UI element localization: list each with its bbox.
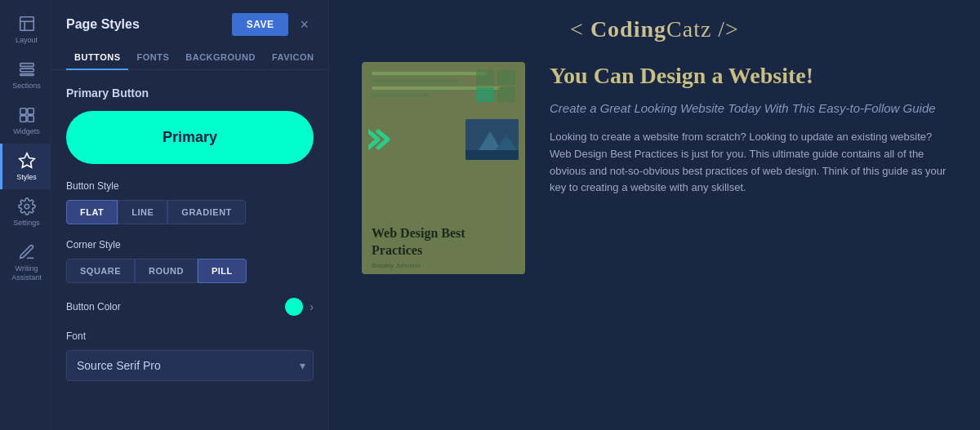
color-expand-icon[interactable]: › bbox=[310, 300, 314, 313]
tab-background[interactable]: BACKGROUND bbox=[177, 46, 264, 70]
primary-button-preview[interactable]: Primary bbox=[66, 111, 314, 164]
sidebar-item-styles[interactable]: Styles bbox=[0, 144, 51, 189]
tab-buttons[interactable]: BUTTONS bbox=[66, 46, 128, 70]
svg-rect-5 bbox=[20, 74, 33, 76]
color-dot-row: › bbox=[285, 298, 314, 316]
main-preview-area: < CodingCatz /> bbox=[329, 0, 980, 430]
book-image-box bbox=[466, 119, 519, 160]
hero-text: You Can Design a Website! Create a Great… bbox=[550, 62, 947, 197]
book-chevrons-icon bbox=[368, 119, 397, 163]
font-label: Font bbox=[66, 330, 314, 342]
hero-subheading: Create a Great Looking Website Today Wit… bbox=[550, 100, 947, 118]
close-button[interactable]: × bbox=[295, 15, 314, 35]
sidebar-item-label: Settings bbox=[13, 219, 40, 227]
svg-rect-14 bbox=[497, 87, 515, 102]
sidebar-item-label: Widgets bbox=[13, 127, 40, 135]
sidebar-item-settings[interactable]: Settings bbox=[0, 189, 51, 235]
book-grid-icon bbox=[476, 70, 517, 106]
sidebar-item-label: Writing Assistant bbox=[7, 264, 46, 282]
svg-rect-8 bbox=[20, 116, 25, 122]
styles-icon bbox=[18, 152, 36, 170]
primary-button-section-label: Primary Button bbox=[66, 86, 314, 100]
button-color-row: Button Color › bbox=[66, 298, 314, 316]
button-style-group: FLAT LINE GRADIENT bbox=[66, 200, 314, 224]
hero-section: Web Design Best Practices Bradley Johnso… bbox=[362, 62, 947, 274]
button-style-gradient[interactable]: GRADIENT bbox=[167, 200, 245, 224]
svg-rect-18 bbox=[466, 150, 519, 160]
corner-style-group: SQUARE ROUND PILL bbox=[66, 259, 314, 283]
website-preview: < CodingCatz /> bbox=[329, 0, 980, 430]
corner-style-pill[interactable]: PILL bbox=[198, 259, 247, 283]
widgets-icon bbox=[18, 106, 36, 124]
page-styles-panel: Page Styles SAVE × BUTTONS FONTS BACKGRO… bbox=[51, 0, 329, 430]
svg-rect-4 bbox=[20, 69, 33, 72]
hero-body: Looking to create a website from scratch… bbox=[550, 129, 947, 197]
button-style-line[interactable]: LINE bbox=[118, 200, 167, 224]
sidebar-item-sections[interactable]: Sections bbox=[0, 52, 51, 98]
icon-sidebar: Layout Sections Widgets Styles Setting bbox=[0, 0, 51, 430]
sidebar-item-label: Layout bbox=[16, 36, 38, 44]
button-color-label: Button Color bbox=[66, 301, 121, 313]
sidebar-item-writing-assistant[interactable]: Writing Assistant bbox=[0, 235, 51, 290]
site-title-brand: Coding bbox=[590, 16, 666, 42]
corner-style-round[interactable]: ROUND bbox=[135, 259, 198, 283]
save-button[interactable]: SAVE bbox=[232, 13, 289, 36]
svg-rect-6 bbox=[20, 109, 25, 114]
tab-fonts[interactable]: FONTS bbox=[128, 46, 177, 70]
svg-rect-0 bbox=[20, 17, 33, 31]
buttons-tab-content: Primary Button Primary Button Style FLAT… bbox=[51, 70, 328, 430]
svg-rect-12 bbox=[497, 70, 515, 85]
book-title: Web Design Best Practices bbox=[372, 225, 519, 259]
book-cover: Web Design Best Practices Bradley Johnso… bbox=[362, 62, 525, 274]
sidebar-item-label: Styles bbox=[16, 173, 37, 181]
corner-style-square[interactable]: SQUARE bbox=[66, 259, 135, 283]
mountain-svg bbox=[466, 119, 519, 160]
panel-title: Page Styles bbox=[66, 17, 140, 32]
font-select-wrapper: Source Serif Pro Arial Georgia Helvetica… bbox=[66, 350, 314, 381]
sections-icon bbox=[18, 60, 36, 78]
corner-style-label: Corner Style bbox=[66, 239, 314, 250]
site-header: < CodingCatz /> bbox=[570, 16, 739, 42]
site-title-suffix: Catz /> bbox=[666, 16, 739, 42]
svg-rect-13 bbox=[476, 87, 494, 102]
svg-rect-11 bbox=[476, 70, 494, 85]
sidebar-item-label: Sections bbox=[12, 82, 41, 90]
sidebar-item-widgets[interactable]: Widgets bbox=[0, 98, 51, 144]
tab-favicon[interactable]: FAVICON bbox=[264, 46, 323, 70]
site-title-prefix: < bbox=[570, 16, 590, 42]
tabs-bar: BUTTONS FONTS BACKGROUND FAVICON CSS bbox=[51, 46, 328, 70]
book-author: Bradley Johnson bbox=[372, 262, 421, 269]
svg-rect-7 bbox=[27, 109, 33, 114]
panel-header: Page Styles SAVE × bbox=[51, 0, 328, 46]
hero-heading: You Can Design a Website! bbox=[550, 62, 947, 90]
svg-point-10 bbox=[24, 204, 29, 209]
font-select[interactable]: Source Serif Pro Arial Georgia Helvetica… bbox=[66, 350, 314, 381]
button-style-label: Button Style bbox=[66, 180, 314, 192]
writing-assistant-icon bbox=[18, 243, 36, 261]
svg-rect-3 bbox=[20, 64, 33, 67]
sidebar-item-layout[interactable]: Layout bbox=[0, 7, 51, 52]
layout-icon bbox=[18, 15, 36, 33]
button-color-swatch[interactable] bbox=[285, 298, 303, 316]
button-style-flat[interactable]: FLAT bbox=[66, 200, 118, 224]
gear-icon bbox=[18, 197, 36, 215]
svg-rect-9 bbox=[27, 116, 33, 122]
